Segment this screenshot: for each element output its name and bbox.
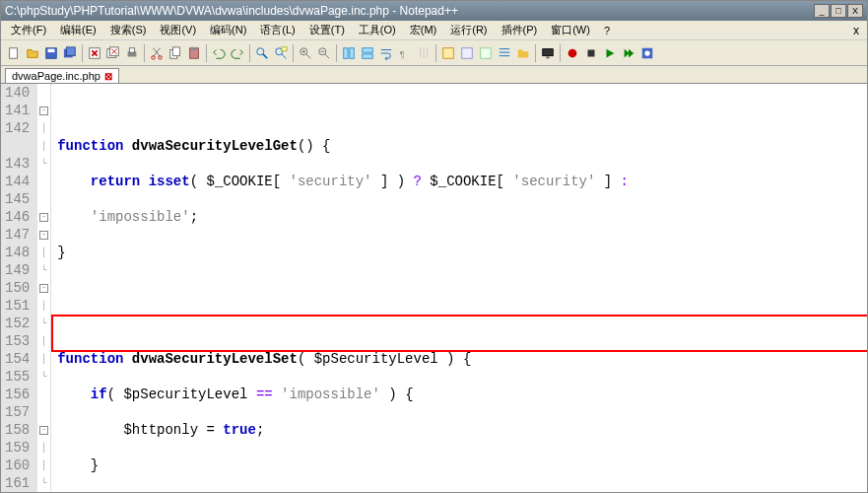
menu-tools[interactable]: 工具(O) xyxy=(353,21,402,39)
window-controls: _ □ X xyxy=(814,4,863,18)
folder-icon[interactable] xyxy=(514,44,532,62)
menu-window[interactable]: 窗口(W) xyxy=(545,21,596,39)
lang-icon[interactable] xyxy=(439,44,457,62)
toolbar-separator xyxy=(535,44,536,62)
line-number-gutter: 140141142 143144145146147148149150151152… xyxy=(1,84,37,492)
menubar: 文件(F) 编辑(E) 搜索(S) 视图(V) 编码(N) 语言(L) 设置(T… xyxy=(1,21,867,40)
svg-rect-15 xyxy=(191,46,196,49)
zoom-out-icon[interactable] xyxy=(315,44,333,62)
toolbar-separator xyxy=(435,44,436,62)
new-file-icon[interactable] xyxy=(5,44,23,62)
svg-rect-28 xyxy=(481,47,492,58)
tab-close-icon[interactable]: ⊠ xyxy=(104,71,112,82)
monitor-icon[interactable] xyxy=(539,44,557,62)
window-title: C:\phpStudy\PHPTutorial\WWW\DVWA\dvwa\in… xyxy=(5,4,814,18)
menu-run[interactable]: 运行(R) xyxy=(444,21,493,39)
play-icon[interactable] xyxy=(601,44,619,62)
print-icon[interactable] xyxy=(123,44,141,62)
svg-rect-21 xyxy=(344,47,348,58)
svg-point-16 xyxy=(257,47,264,54)
menu-encoding[interactable]: 编码(N) xyxy=(204,21,252,39)
svg-rect-13 xyxy=(172,46,179,55)
toolbar-separator xyxy=(336,44,337,62)
toolbar-separator xyxy=(249,44,250,62)
tab-label: dvwaPage.inc.php xyxy=(12,70,100,82)
svg-rect-4 xyxy=(67,46,76,55)
stop-icon[interactable] xyxy=(582,44,600,62)
open-file-icon[interactable] xyxy=(24,44,41,62)
redo-icon[interactable] xyxy=(229,44,246,62)
minimize-button[interactable]: _ xyxy=(814,4,830,18)
replace-icon[interactable] xyxy=(272,44,290,62)
close-all-icon[interactable] xyxy=(104,44,122,62)
svg-rect-9 xyxy=(129,47,134,51)
toolbar-separator xyxy=(82,44,83,62)
svg-rect-26 xyxy=(443,47,454,58)
sync-h-icon[interactable] xyxy=(359,44,376,62)
menu-view[interactable]: 视图(V) xyxy=(154,21,202,39)
svg-rect-30 xyxy=(546,56,550,58)
record-icon[interactable] xyxy=(564,44,581,62)
show-all-icon[interactable]: ¶ xyxy=(396,44,414,62)
menu-plugins[interactable]: 插件(P) xyxy=(496,21,544,39)
menu-file[interactable]: 文件(F) xyxy=(5,21,52,39)
wordwrap-icon[interactable] xyxy=(377,44,395,62)
svg-rect-0 xyxy=(10,47,18,58)
svg-rect-32 xyxy=(588,49,595,56)
paste-icon[interactable] xyxy=(185,44,203,62)
save-macro-icon[interactable] xyxy=(638,44,656,62)
copy-icon[interactable] xyxy=(167,44,184,62)
file-tab[interactable]: dvwaPage.inc.php ⊠ xyxy=(5,68,119,83)
sync-v-icon[interactable] xyxy=(340,44,358,62)
svg-rect-18 xyxy=(282,46,287,50)
zoom-in-icon[interactable] xyxy=(297,44,314,62)
svg-rect-27 xyxy=(462,47,473,58)
menu-edit[interactable]: 编辑(E) xyxy=(54,21,102,39)
doc-list-icon[interactable] xyxy=(477,44,495,62)
find-icon[interactable] xyxy=(253,44,271,62)
code-area[interactable]: function dvwaSecurityLevelGet() { return… xyxy=(51,84,867,492)
svg-rect-2 xyxy=(48,48,55,52)
svg-rect-29 xyxy=(543,48,554,55)
toolbar-separator xyxy=(144,44,145,62)
titlebar: C:\phpStudy\PHPTutorial\WWW\DVWA\dvwa\in… xyxy=(1,1,867,21)
svg-text:¶: ¶ xyxy=(400,48,405,58)
maximize-button[interactable]: □ xyxy=(831,4,846,18)
svg-rect-22 xyxy=(350,47,354,58)
svg-point-34 xyxy=(644,50,649,55)
menu-search[interactable]: 搜索(S) xyxy=(104,21,153,39)
save-all-icon[interactable] xyxy=(61,44,79,62)
toolbar: ¶ xyxy=(1,40,867,66)
cut-icon[interactable] xyxy=(148,44,166,62)
menu-help[interactable]: ? xyxy=(598,23,616,38)
toolbar-separator xyxy=(560,44,561,62)
func-list-icon[interactable] xyxy=(496,44,513,62)
svg-rect-23 xyxy=(363,47,373,51)
toolbar-separator xyxy=(206,44,207,62)
menu-close-doc[interactable]: x xyxy=(849,24,863,37)
menu-language[interactable]: 语言(L) xyxy=(254,21,300,39)
undo-icon[interactable] xyxy=(210,44,228,62)
toolbar-separator xyxy=(293,44,294,62)
menu-settings[interactable]: 设置(T) xyxy=(303,21,351,39)
save-icon[interactable] xyxy=(42,44,60,62)
play-multi-icon[interactable] xyxy=(620,44,637,62)
svg-point-31 xyxy=(568,48,577,57)
close-file-icon[interactable] xyxy=(86,44,103,62)
editor[interactable]: 140141142 143144145146147148149150151152… xyxy=(1,84,867,492)
svg-rect-24 xyxy=(363,53,373,57)
indent-guide-icon[interactable] xyxy=(415,44,433,62)
fold-column[interactable]: -││└--│└-│└││└-││└ xyxy=(37,84,51,492)
doc-map-icon[interactable] xyxy=(458,44,476,62)
menu-macro[interactable]: 宏(M) xyxy=(404,21,443,39)
close-button[interactable]: X xyxy=(847,4,863,18)
tabbar: dvwaPage.inc.php ⊠ xyxy=(1,66,867,84)
